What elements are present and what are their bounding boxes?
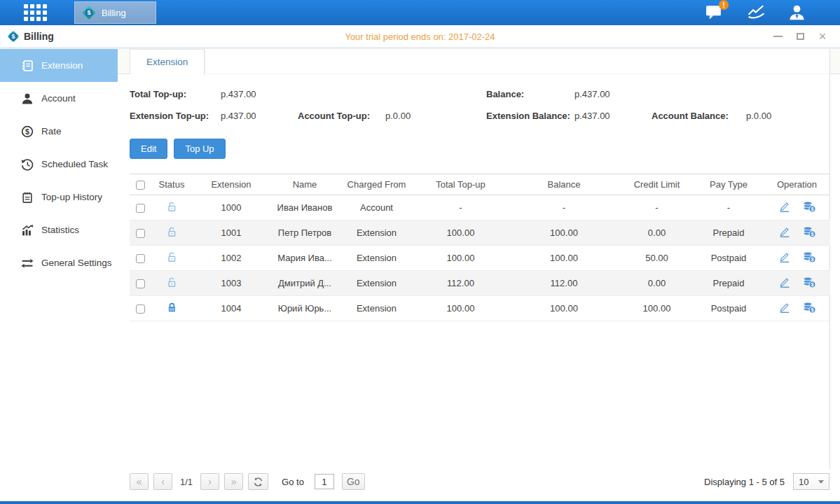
select-all-checkbox[interactable] [136, 181, 145, 190]
col-charged-from: Charged From [340, 174, 413, 195]
top-up-button[interactable]: Top Up [174, 139, 225, 159]
page-size-select[interactable]: 10 [793, 473, 829, 490]
close-button[interactable]: × [818, 31, 827, 41]
row-checkbox[interactable] [136, 279, 145, 288]
taskbar-billing-tab[interactable]: $ Billing [74, 1, 156, 24]
unlocked-status-icon [166, 226, 178, 238]
go-button[interactable]: Go [342, 473, 365, 490]
next-page-button[interactable]: › [200, 473, 219, 490]
cell-pay-type: Postpaid [694, 296, 764, 321]
row-checkbox[interactable] [136, 304, 145, 314]
unlocked-status-icon [166, 276, 178, 288]
goto-page-input[interactable] [315, 474, 334, 489]
cell-credit-limit: - [620, 195, 694, 220]
monitor-chart-button[interactable] [747, 4, 765, 22]
first-page-button[interactable]: « [130, 473, 149, 490]
pagination-bar: « ‹ 1/1 › » Go to Go [118, 469, 840, 501]
extension-balance-value: p.437.00 [574, 105, 652, 127]
page-size-value: 10 [799, 477, 808, 487]
cell-credit-limit: 0.00 [620, 220, 694, 246]
billing-app-window: $ Billing ! [0, 0, 840, 504]
cell-total-topup: 100.00 [413, 296, 508, 321]
sidebar-item-label: Extension [41, 60, 83, 71]
balance-value: p.437.00 [574, 83, 652, 105]
col-total-topup: Total Top-up [413, 174, 508, 195]
sidebar-item-scheduled-task[interactable]: Scheduled Task [0, 148, 118, 181]
billing-summary: Total Top-up: p.437.00 Extension Top-up:… [130, 83, 829, 127]
top-up-row-icon[interactable]: $ [802, 201, 816, 215]
cell-total-topup: 100.00 [413, 220, 508, 246]
window-bottom-edge [0, 501, 840, 504]
top-up-row-icon[interactable]: $ [802, 276, 816, 290]
top-up-row-icon[interactable]: $ [802, 251, 816, 265]
edit-row-icon[interactable] [778, 201, 791, 215]
sidebar-item-rate[interactable]: $ Rate [0, 115, 118, 148]
unlocked-status-icon [166, 251, 178, 263]
edit-button[interactable]: Edit [130, 139, 167, 159]
cell-name: Мария Ива... [270, 246, 340, 271]
user-account-button[interactable] [788, 4, 806, 22]
sidebar-item-general-settings[interactable]: General Settings [0, 246, 118, 279]
window-title-group: $ Billing [0, 30, 54, 43]
col-name: Name [270, 174, 340, 195]
page-indicator: 1/1 [177, 477, 195, 487]
table-row: 1002Мария Ива...Extension100.00100.0050.… [130, 246, 830, 271]
cell-pay-type: - [694, 195, 764, 220]
maximize-button[interactable] [795, 31, 805, 41]
trial-notice: Your trial period ends on: 2017-02-24 [0, 31, 840, 42]
extensions-table: Status Extension Name Charged From Total… [130, 174, 830, 321]
edit-row-icon[interactable] [778, 302, 791, 316]
sidebar-item-topup-history[interactable]: Top-up History [0, 181, 118, 214]
billing-diamond-icon: $ [7, 30, 20, 43]
row-checkbox[interactable] [136, 204, 145, 213]
col-credit-limit: Credit Limit [620, 174, 694, 195]
goto-label: Go to [282, 477, 304, 487]
sidebar-item-label: Account [41, 93, 76, 104]
prev-page-button[interactable]: ‹ [153, 473, 172, 490]
cell-charged-from: Extension [340, 220, 413, 246]
top-up-row-icon[interactable]: $ [802, 302, 816, 316]
window-controls: × [773, 31, 840, 41]
extension-topup-value: p.437.00 [221, 105, 298, 127]
sidebar-item-label: General Settings [41, 258, 112, 268]
svg-text:$: $ [25, 127, 29, 135]
edit-row-icon[interactable] [778, 276, 791, 290]
cell-pay-type: Postpaid [694, 246, 764, 271]
row-checkbox[interactable] [136, 254, 145, 263]
unlocked-status-icon [166, 201, 178, 213]
cell-extension: 1001 [193, 220, 270, 246]
cell-name: Иван Иванов [270, 195, 340, 220]
tab-bar-spacer [205, 49, 830, 74]
edit-row-icon[interactable] [778, 251, 791, 265]
billing-diamond-icon: $ [82, 6, 96, 20]
cell-balance: 112.00 [508, 271, 620, 296]
row-checkbox[interactable] [136, 229, 145, 238]
table-row: 1000Иван ИвановAccount----$ [130, 195, 830, 220]
minimize-button[interactable] [773, 31, 783, 41]
sidebar-item-account[interactable]: Account [0, 82, 118, 115]
sidebar-item-extension[interactable]: Extension [0, 49, 118, 82]
sidebar-item-label: Scheduled Task [41, 159, 108, 169]
refresh-button[interactable] [248, 473, 268, 490]
tab-extension[interactable]: Extension [130, 49, 205, 74]
last-page-button[interactable]: » [224, 473, 243, 490]
messages-button[interactable]: ! [705, 4, 724, 22]
col-operation: Operation [764, 174, 830, 195]
edit-row-icon[interactable] [778, 226, 791, 240]
sidebar-item-label: Rate [41, 126, 62, 136]
table-header-row: Status Extension Name Charged From Total… [130, 174, 830, 195]
sliders-icon [21, 257, 34, 270]
col-balance: Balance [508, 174, 620, 195]
cell-charged-from: Extension [340, 296, 413, 321]
notepad-icon [21, 191, 34, 204]
account-balance-value: p.0.00 [746, 105, 829, 127]
cell-name: Юрий Юрь... [270, 296, 340, 321]
apps-menu-button[interactable] [14, 0, 56, 25]
history-clock-icon [21, 158, 34, 171]
top-up-row-icon[interactable]: $ [802, 226, 816, 240]
sidebar-item-statistics[interactable]: Statistics [0, 214, 118, 246]
col-pay-type: Pay Type [694, 174, 764, 195]
svg-text:$: $ [811, 282, 813, 288]
cell-total-topup: - [413, 195, 508, 220]
notification-badge: ! [719, 0, 729, 10]
